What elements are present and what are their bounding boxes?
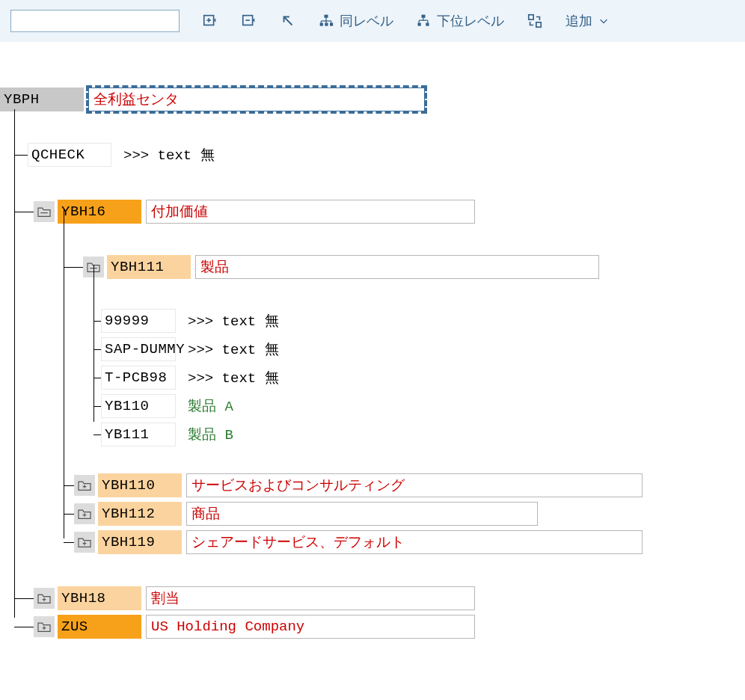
leaf-code[interactable]: YB110: [101, 394, 176, 418]
folder-closed-icon[interactable]: [74, 475, 95, 496]
folder-closed-icon[interactable]: [74, 503, 95, 524]
folder-open-icon[interactable]: [34, 201, 55, 222]
toolbar-icons: 同レベル 下位レベル 追加: [202, 12, 609, 30]
svg-rect-7: [325, 23, 328, 26]
expand-icon[interactable]: [202, 13, 218, 29]
node-code-zus[interactable]: ZUS: [58, 615, 141, 639]
leaf-code[interactable]: YB111: [101, 423, 176, 446]
svg-rect-5: [325, 15, 328, 18]
leaf-desc: 製品 B: [188, 425, 233, 444]
node-code-qcheck[interactable]: QCHECK: [28, 143, 111, 167]
svg-rect-14: [422, 15, 426, 18]
svg-rect-22: [536, 22, 541, 27]
leaf-row: SAP-DUMMY >>> text 無: [93, 335, 279, 363]
leaf-row: YB111 製品 B: [93, 420, 233, 449]
toolbar: 同レベル 下位レベル 追加: [0, 0, 745, 42]
folder-closed-icon[interactable]: [74, 532, 95, 553]
toolbar-dropdown[interactable]: [10, 10, 180, 32]
same-level-button[interactable]: 同レベル: [319, 12, 393, 30]
node-code-ybh18[interactable]: YBH18: [58, 586, 141, 610]
collapse-icon[interactable]: [241, 13, 257, 29]
node-code-ybh119[interactable]: YBH119: [98, 530, 182, 554]
node-code-ybh110[interactable]: YBH110: [98, 473, 182, 497]
node-desc-root[interactable]: 全利益センタ: [88, 88, 425, 111]
node-desc-zus[interactable]: US Holding Company: [146, 615, 475, 639]
node-desc-qcheck: >>> text 無: [123, 145, 215, 165]
add-label: 追加: [565, 12, 592, 30]
node-desc-ybh111[interactable]: 製品: [195, 255, 599, 279]
node-desc-ybh18[interactable]: 割当: [146, 586, 475, 610]
node-code-ybh112[interactable]: YBH112: [98, 502, 182, 526]
leaf-row: YB110 製品 A: [93, 392, 233, 420]
svg-rect-21: [529, 15, 533, 19]
leaf-row: 99999 >>> text 無: [93, 307, 279, 335]
swap-icon[interactable]: [527, 13, 543, 29]
leaf-code[interactable]: 99999: [101, 309, 176, 333]
leaf-code[interactable]: T-PCB98: [101, 366, 176, 390]
leaf-row: T-PCB98 >>> text 無: [93, 363, 279, 392]
svg-rect-16: [426, 23, 429, 26]
node-code-ybh16[interactable]: YBH16: [58, 200, 141, 224]
node-desc-ybh119[interactable]: シェアードサービス、デフォルト: [186, 530, 643, 554]
node-desc-ybh110[interactable]: サービスおよびコンサルティング: [186, 473, 643, 497]
node-code-root[interactable]: YBPH: [0, 88, 84, 111]
svg-rect-6: [320, 23, 323, 26]
leaf-desc: >>> text 無: [188, 368, 279, 387]
leaf-desc: >>> text 無: [188, 311, 279, 331]
arrow-up-left-icon[interactable]: [280, 13, 296, 29]
svg-rect-15: [418, 23, 421, 26]
hierarchy-tree: YBPH 全利益センタ QCHECK >>> text 無 YBH16 付加価値…: [0, 63, 745, 631]
folder-closed-icon[interactable]: [34, 616, 55, 637]
sub-level-label: 下位レベル: [437, 12, 504, 30]
node-code-ybh111[interactable]: YBH111: [107, 255, 191, 279]
leaf-code[interactable]: SAP-DUMMY: [101, 337, 176, 361]
add-button[interactable]: 追加: [565, 12, 609, 30]
svg-rect-8: [330, 23, 333, 26]
leaf-desc: >>> text 無: [188, 340, 279, 359]
node-desc-ybh112[interactable]: 商品: [186, 502, 538, 526]
sub-level-button[interactable]: 下位レベル: [416, 12, 504, 30]
node-desc-ybh16[interactable]: 付加価値: [146, 200, 475, 224]
leaf-desc: 製品 A: [188, 396, 233, 416]
same-level-label: 同レベル: [340, 12, 393, 30]
folder-closed-icon[interactable]: [34, 588, 55, 609]
